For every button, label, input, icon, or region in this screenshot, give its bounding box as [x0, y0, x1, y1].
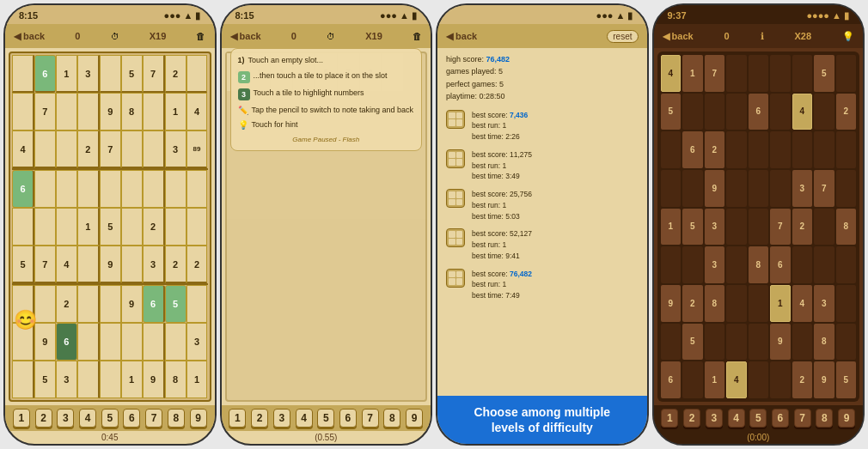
cell-8-8[interactable]: 1 — [186, 361, 208, 398]
wc-5-5[interactable]: 6 — [770, 246, 791, 283]
cell-8-5[interactable]: 1 — [121, 361, 143, 398]
cell-6-2[interactable]: 2 — [56, 285, 77, 323]
cell-1-1[interactable]: 7 — [34, 93, 56, 130]
cell-4-4[interactable]: 5 — [100, 208, 121, 246]
cell-1-3[interactable] — [77, 93, 100, 130]
cell-2-3[interactable]: 2 — [77, 130, 100, 168]
wc-2-0[interactable] — [661, 131, 682, 168]
cell-6-3[interactable] — [77, 285, 100, 323]
tile-2-5[interactable]: 5 — [317, 409, 334, 428]
wc-8-5[interactable] — [770, 361, 791, 398]
wc-8-3[interactable]: 4 — [726, 361, 747, 398]
wc-2-3[interactable] — [726, 131, 747, 168]
cell-6-5[interactable]: 9 — [121, 285, 143, 323]
wc-7-2[interactable] — [705, 324, 725, 361]
wc-1-3[interactable] — [726, 94, 747, 130]
cell-2-5[interactable] — [121, 130, 143, 168]
wood-tile-3[interactable]: 3 — [706, 409, 723, 428]
cell-3-6[interactable] — [143, 170, 165, 208]
cell-5-0[interactable]: 5 — [12, 246, 34, 283]
wood-tile-8[interactable]: 8 — [816, 409, 833, 428]
cell-3-4[interactable] — [100, 170, 121, 208]
cell-1-6[interactable] — [143, 93, 165, 130]
cell-5-8[interactable]: 2 — [186, 246, 208, 283]
wc-2-8[interactable] — [836, 131, 857, 168]
cell-5-4[interactable]: 9 — [100, 246, 121, 283]
tile-2-1[interactable]: 1 — [229, 409, 246, 428]
wc-2-5[interactable] — [770, 131, 791, 168]
wood-tile-6[interactable]: 6 — [772, 409, 789, 428]
wc-1-2[interactable] — [705, 94, 725, 130]
wood-info-icon[interactable]: ℹ — [761, 31, 764, 42]
wc-3-7[interactable]: 7 — [814, 170, 834, 207]
cell-3-5[interactable] — [121, 170, 143, 208]
cell-3-1[interactable] — [34, 170, 56, 208]
cell-1-2[interactable] — [56, 93, 77, 130]
cell-7-6[interactable] — [143, 323, 165, 361]
wc-3-4[interactable] — [749, 170, 769, 207]
wc-1-0[interactable]: 5 — [661, 94, 682, 130]
cell-5-1[interactable]: 7 — [34, 246, 56, 283]
cell-7-1[interactable]: 9 — [34, 323, 56, 361]
cell-3-7[interactable] — [165, 170, 186, 208]
cell-2-7[interactable]: 3 — [165, 130, 186, 168]
cell-5-6[interactable]: 3 — [143, 246, 165, 283]
wc-5-1[interactable] — [682, 246, 703, 283]
cell-7-8[interactable]: 3 — [186, 323, 208, 361]
wc-4-3[interactable] — [726, 209, 747, 246]
tile-1-2[interactable]: 2 — [35, 409, 52, 428]
cell-0-2[interactable]: 1 — [56, 55, 77, 93]
wc-8-1[interactable] — [682, 361, 703, 398]
cell-0-6[interactable]: 7 — [143, 55, 165, 93]
trash-icon-1[interactable]: 🗑 — [196, 31, 205, 41]
cell-8-0[interactable] — [12, 361, 34, 398]
tile-2-4[interactable]: 4 — [296, 409, 313, 428]
wc-5-2[interactable]: 3 — [705, 246, 725, 283]
cell-1-7[interactable]: 1 — [165, 93, 186, 130]
wc-8-2[interactable]: 1 — [705, 361, 725, 398]
cell-0-7[interactable]: 2 — [165, 55, 186, 93]
trash-icon-2[interactable]: 🗑 — [413, 31, 422, 41]
wc-6-0[interactable]: 9 — [661, 285, 682, 322]
wc-6-6[interactable]: 4 — [792, 285, 813, 322]
cell-2-4[interactable]: 7 — [100, 130, 121, 168]
cell-8-3[interactable] — [77, 361, 100, 398]
wood-tile-1[interactable]: 1 — [661, 409, 678, 428]
cell-8-2[interactable]: 3 — [56, 361, 77, 398]
stats-back-button[interactable]: ◀ back — [446, 31, 477, 42]
cell-6-7[interactable]: 5 — [165, 285, 186, 323]
cell-7-2[interactable]: 6 — [56, 323, 77, 361]
wc-6-8[interactable] — [836, 285, 857, 322]
wc-8-0[interactable]: 6 — [661, 361, 682, 398]
wc-7-4[interactable] — [749, 324, 769, 361]
wc-8-4[interactable] — [749, 361, 769, 398]
wc-5-7[interactable] — [814, 246, 834, 283]
wc-1-1[interactable] — [682, 94, 703, 130]
wc-8-6[interactable]: 2 — [792, 361, 813, 398]
wood-hint-icon[interactable]: 💡 — [842, 31, 854, 42]
cell-4-2[interactable] — [56, 208, 77, 246]
wc-7-3[interactable] — [726, 324, 747, 361]
cell-0-5[interactable]: 5 — [121, 55, 143, 93]
wc-1-5[interactable] — [770, 94, 791, 130]
cell-2-2[interactable] — [56, 130, 77, 168]
wc-6-2[interactable]: 8 — [705, 285, 725, 322]
cell-3-8[interactable] — [186, 170, 208, 208]
wc-7-7[interactable]: 8 — [814, 324, 834, 361]
cell-0-8[interactable] — [186, 55, 208, 93]
wc-4-7[interactable] — [814, 209, 834, 246]
wood-tile-7[interactable]: 7 — [794, 409, 811, 428]
cell-5-7[interactable]: 2 — [165, 246, 186, 283]
wc-3-0[interactable] — [661, 170, 682, 207]
wood-back-button[interactable]: ◀ back — [663, 31, 694, 42]
wc-4-4[interactable] — [749, 209, 769, 246]
cell-6-1[interactable] — [34, 285, 56, 323]
tile-1-6[interactable]: 6 — [123, 409, 140, 428]
cell-5-2[interactable]: 4 — [56, 246, 77, 283]
tile-1-5[interactable]: 5 — [101, 409, 119, 428]
cell-6-4[interactable] — [100, 285, 121, 323]
cell-1-4[interactable]: 9 — [100, 93, 121, 130]
cell-3-2[interactable] — [56, 170, 77, 208]
cell-4-6[interactable]: 2 — [143, 208, 165, 246]
wc-5-0[interactable] — [661, 246, 682, 283]
